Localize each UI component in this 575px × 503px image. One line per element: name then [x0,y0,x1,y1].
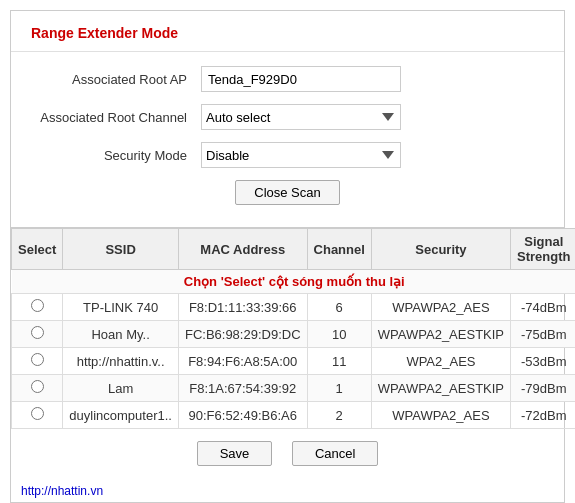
mac-cell: F8:1A:67:54:39:92 [178,375,307,402]
channel-cell: 2 [307,402,371,429]
footer-link[interactable]: http://nhattin.vn [11,480,564,502]
select-radio[interactable] [31,380,44,393]
select-radio[interactable] [31,299,44,312]
wifi-table: Select SSID MAC Address Channel Security… [11,228,575,429]
cancel-button[interactable]: Cancel [292,441,378,466]
scan-button[interactable]: Close Scan [235,180,339,205]
mac-cell: F8:D1:11:33:39:66 [178,294,307,321]
root-ap-row: Associated Root AP [31,66,544,92]
security-mode-label: Security Mode [31,148,201,163]
hint-text: Chọn 'Select' cột sóng muốn thu lại [12,270,576,293]
col-security: Security [371,229,510,270]
signal-cell: -74dBm [511,294,575,321]
save-button[interactable]: Save [197,441,273,466]
security-cell: WPAWPA2_AES [371,294,510,321]
table-row: duylincomputer1.. 90:F6:52:49:B6:A6 2 WP… [12,402,576,429]
col-mac: MAC Address [178,229,307,270]
footer-buttons: Save Cancel [11,429,564,480]
ssid-cell: duylincomputer1.. [63,402,179,429]
channel-cell: 11 [307,348,371,375]
select-radio[interactable] [31,326,44,339]
security-mode-select[interactable]: Disable WPA2-PSK WPA-PSK [201,142,401,168]
root-channel-label: Associated Root Channel [31,110,201,125]
table-section: Select SSID MAC Address Channel Security… [11,227,564,429]
signal-cell: -75dBm [511,321,575,348]
col-signal: Signal Strength [511,229,575,270]
col-select: Select [12,229,63,270]
col-channel: Channel [307,229,371,270]
ssid-cell: TP-LINK 740 [63,294,179,321]
select-cell[interactable] [12,294,63,321]
security-cell: WPAWPA2_AESTKIP [371,375,510,402]
col-ssid: SSID [63,229,179,270]
security-mode-row: Security Mode Disable WPA2-PSK WPA-PSK [31,142,544,168]
mac-cell: F8:94:F6:A8:5A:00 [178,348,307,375]
signal-cell: -79dBm [511,375,575,402]
channel-cell: 10 [307,321,371,348]
select-cell[interactable] [12,402,63,429]
select-radio[interactable] [31,353,44,366]
select-cell[interactable] [12,375,63,402]
security-cell: WPAWPA2_AESTKIP [371,321,510,348]
ssid-cell: http://nhattin.v.. [63,348,179,375]
select-radio[interactable] [31,407,44,420]
table-row: TP-LINK 740 F8:D1:11:33:39:66 6 WPAWPA2_… [12,294,576,321]
root-ap-label: Associated Root AP [31,72,201,87]
root-channel-select[interactable]: Auto select 1234 5678 91011 [201,104,401,130]
ssid-cell: Lam [63,375,179,402]
root-ap-input[interactable] [201,66,401,92]
security-cell: WPAWPA2_AES [371,402,510,429]
wifi-table-body: TP-LINK 740 F8:D1:11:33:39:66 6 WPAWPA2_… [12,294,576,429]
select-cell[interactable] [12,321,63,348]
table-row: Hoan My.. FC:B6:98:29:D9:DC 10 WPAWPA2_A… [12,321,576,348]
root-channel-row: Associated Root Channel Auto select 1234… [31,104,544,130]
scan-button-container: Close Scan [31,180,544,205]
mac-cell: 90:F6:52:49:B6:A6 [178,402,307,429]
form-section: Associated Root AP Associated Root Chann… [11,52,564,227]
table-row: Lam F8:1A:67:54:39:92 1 WPAWPA2_AESTKIP … [12,375,576,402]
ssid-cell: Hoan My.. [63,321,179,348]
channel-cell: 6 [307,294,371,321]
channel-cell: 1 [307,375,371,402]
page-title: Range Extender Mode [11,11,564,52]
signal-cell: -72dBm [511,402,575,429]
select-cell[interactable] [12,348,63,375]
security-cell: WPA2_AES [371,348,510,375]
table-row: http://nhattin.v.. F8:94:F6:A8:5A:00 11 … [12,348,576,375]
mac-cell: FC:B6:98:29:D9:DC [178,321,307,348]
signal-cell: -53dBm [511,348,575,375]
